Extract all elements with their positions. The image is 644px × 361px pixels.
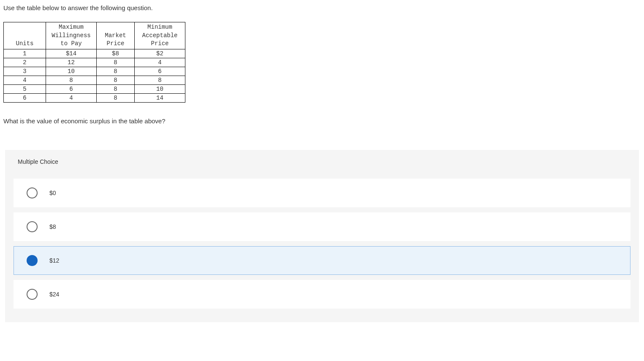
table-cell: 8 (97, 67, 135, 76)
radio-icon (27, 187, 38, 198)
table-cell: 10 (135, 84, 185, 93)
radio-icon (27, 255, 38, 266)
table-cell: 4 (4, 76, 46, 84)
option-label: $8 (49, 223, 56, 230)
option-2[interactable]: $12 (14, 246, 630, 275)
table-header: Market Price (97, 22, 135, 49)
option-1[interactable]: $8 (14, 212, 630, 241)
table-cell: $14 (46, 49, 97, 58)
table-cell: 8 (97, 84, 135, 93)
table-cell: 8 (97, 93, 135, 102)
table-cell: 6 (4, 93, 46, 102)
table-cell: 14 (135, 93, 185, 102)
table-cell: 6 (135, 67, 185, 76)
table-header: Minimum Acceptable Price (135, 22, 185, 49)
table-row: 4888 (4, 76, 185, 84)
table-cell: 8 (97, 76, 135, 84)
option-0[interactable]: $0 (14, 179, 630, 207)
table-row: 56810 (4, 84, 185, 93)
table-cell: 2 (4, 58, 46, 67)
option-label: $24 (49, 291, 59, 298)
table-cell: 8 (135, 76, 185, 84)
table-row: 1$14$8$2 (4, 49, 185, 58)
option-3[interactable]: $24 (14, 280, 630, 309)
table-cell: 5 (4, 84, 46, 93)
question-text: What is the value of economic surplus in… (3, 117, 641, 125)
multiple-choice-section: Multiple Choice $0$8$12$24 (5, 150, 639, 322)
table-cell: 4 (46, 93, 97, 102)
mc-heading: Multiple Choice (5, 158, 639, 174)
table-cell: 8 (97, 58, 135, 67)
data-table: Units Maximum Willingness to Pay Market … (3, 22, 185, 103)
table-row: 21284 (4, 58, 185, 67)
table-cell: 8 (46, 76, 97, 84)
table-header-row: Units Maximum Willingness to Pay Market … (4, 22, 185, 49)
table-cell: $2 (135, 49, 185, 58)
table-cell: 10 (46, 67, 97, 76)
table-cell: 1 (4, 49, 46, 58)
table-cell: 3 (4, 67, 46, 76)
table-header: Units (4, 22, 46, 49)
table-row: 31086 (4, 67, 185, 76)
option-label: $12 (49, 257, 59, 264)
radio-icon (27, 289, 38, 300)
radio-icon (27, 221, 38, 232)
table-header: Maximum Willingness to Pay (46, 22, 97, 49)
table-cell: 6 (46, 84, 97, 93)
table-cell: $8 (97, 49, 135, 58)
intro-text: Use the table below to answer the follow… (3, 4, 641, 11)
table-row: 64814 (4, 93, 185, 102)
table-cell: 12 (46, 58, 97, 67)
table-cell: 4 (135, 58, 185, 67)
option-label: $0 (49, 190, 56, 196)
